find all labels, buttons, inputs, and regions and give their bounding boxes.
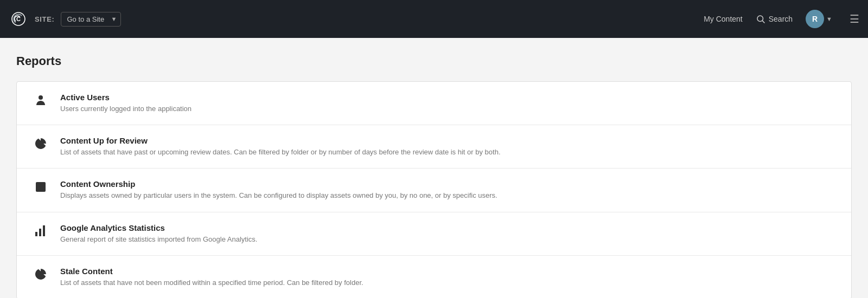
site-label: SITE: [35,15,54,23]
svg-point-1 [757,16,763,22]
svg-rect-7 [39,229,41,236]
page-title: Reports [16,54,852,68]
site-dropdown-wrapper[interactable]: Go to a Site ▼ [61,12,121,27]
user-dropdown[interactable]: R ▼ [806,10,832,28]
stale-content-icon [30,268,52,281]
active-users-title: Active Users [60,93,192,102]
svg-line-2 [762,21,764,23]
user-chevron-icon: ▼ [826,16,832,22]
google-analytics-text: Google Analytics StatisticsGeneral repor… [60,223,257,244]
search-area[interactable]: Search [756,14,793,24]
stale-content-description: List of assets that have not been modifi… [60,278,363,288]
content-up-for-review-icon [30,137,52,150]
report-item-content-up-for-review[interactable]: Content Up for ReviewList of assets that… [17,125,851,169]
report-item-stale-content[interactable]: Stale ContentList of assets that have no… [17,256,851,298]
svg-point-5 [39,184,42,187]
svg-rect-8 [43,225,45,236]
report-item-active-users[interactable]: Active UsersUsers currently logged into … [17,82,851,125]
content-ownership-description: Displays assets owned by particular user… [60,191,497,200]
main-content: Reports Active UsersUsers currently logg… [0,38,868,298]
report-item-content-ownership[interactable]: Content OwnershipDisplays assets owned b… [17,169,851,212]
active-users-text: Active UsersUsers currently logged into … [60,93,192,114]
content-up-for-review-description: List of assets that have past or upcomin… [60,147,501,157]
report-item-google-analytics[interactable]: Google Analytics StatisticsGeneral repor… [17,212,851,256]
content-ownership-text: Content OwnershipDisplays assets owned b… [60,179,497,200]
hamburger-icon[interactable]: ☰ [850,12,859,25]
site-select[interactable]: Go to a Site [61,12,121,27]
header-right: My Content Search R ▼ ☰ [704,10,859,28]
logo[interactable]: C [9,9,28,29]
content-up-for-review-title: Content Up for Review [60,136,501,145]
search-icon [756,14,765,24]
svg-rect-6 [35,232,37,236]
active-users-icon [30,94,52,107]
my-content-link[interactable]: My Content [704,15,743,23]
user-avatar[interactable]: R [806,10,824,28]
content-ownership-title: Content Ownership [60,179,497,189]
svg-point-3 [39,95,43,100]
header: C SITE: Go to a Site ▼ My Content Search… [0,0,868,38]
google-analytics-title: Google Analytics Statistics [60,223,257,232]
stale-content-text: Stale ContentList of assets that have no… [60,267,363,288]
reports-card: Active UsersUsers currently logged into … [16,81,852,298]
active-users-description: Users currently logged into the applicat… [60,104,192,114]
content-ownership-icon [30,180,52,193]
google-analytics-icon [30,224,52,237]
svg-text:C: C [16,16,21,22]
stale-content-title: Stale Content [60,267,363,276]
search-label: Search [769,15,793,23]
google-analytics-description: General report of site statistics import… [60,235,257,244]
content-up-for-review-text: Content Up for ReviewList of assets that… [60,136,501,157]
header-left: C SITE: Go to a Site ▼ [9,9,121,29]
